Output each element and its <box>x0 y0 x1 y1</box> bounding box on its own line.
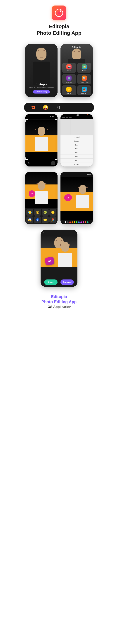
ratio-option-3x2[interactable]: 3 x 2 <box>61 143 93 147</box>
screens-row-1: Editopia Unleash your creative potential… <box>0 40 118 101</box>
sa-body <box>76 195 89 208</box>
share-icon: 📤 <box>82 87 87 92</box>
sa-dot-coral[interactable] <box>85 222 86 223</box>
crop-corner-tl <box>25 120 28 122</box>
ratio-option-4x6[interactable]: 4 x 6 <box>61 155 93 158</box>
crop-top-bar: ✕ ⊞ ⊟ T <box>25 114 57 119</box>
export-download-button[interactable]: Download <box>61 280 74 285</box>
ratio-done-button[interactable]: Done <box>87 114 91 116</box>
sa-done-button[interactable]: Done <box>87 174 91 175</box>
crop-screen-inner: ✕ ⊞ ⊟ T <box>25 114 57 166</box>
menu-grid: 📷 Camera 🖼️ Gallery ℹ️ About App 🛡️ Priv… <box>62 63 91 95</box>
export-bg-bottom <box>41 267 77 278</box>
crop-bottom-bar: ⊙ › <box>25 160 57 166</box>
ratio-option-4x3[interactable]: 4 x 3 <box>61 151 93 155</box>
crop-person-area <box>25 119 57 160</box>
splash-cta-button[interactable]: Let's Start Editing <box>33 90 50 94</box>
menu-header-text: Editopia <box>61 46 93 48</box>
sticker-item-7[interactable]: 🌟 <box>42 216 49 223</box>
menu-item-camera-label: Camera <box>67 70 71 72</box>
text-tool-icon[interactable] <box>56 106 60 110</box>
menu-item-privacy[interactable]: 🛡️ Privacy Policy <box>77 74 91 84</box>
crop-next-button[interactable]: › <box>51 161 55 165</box>
phone-splash: Editopia Unleash your creative potential… <box>25 44 57 97</box>
ratio-option-8x10[interactable]: 8 x 10 <box>61 162 93 166</box>
sticker-item-1[interactable]: 😂 <box>26 209 33 216</box>
ratio-nav-row <box>61 116 93 119</box>
menu-item-about[interactable]: ℹ️ About App <box>62 74 76 84</box>
sticker-item-4[interactable]: 😮 <box>49 209 56 216</box>
crop-tool-icon[interactable] <box>31 106 35 110</box>
privacy-icon: 🛡️ <box>82 76 87 81</box>
ratio-cancel-button[interactable]: Cancel <box>62 114 67 116</box>
sa-dot-pink[interactable] <box>83 222 84 223</box>
crop-top-tools: ⊞ ⊟ T <box>50 116 56 118</box>
ratio-nav-dot-3 <box>69 117 72 118</box>
sa-dot-orange[interactable] <box>72 222 73 223</box>
sa-sticker-hi: HI! <box>64 194 73 202</box>
footer-title-line2: Photo Editing App <box>41 300 77 304</box>
ratio-option-original[interactable]: Original <box>61 136 93 139</box>
footer-section: Editopia Photo Editing App iOS Applicati… <box>0 290 118 312</box>
sa-dot-red[interactable] <box>69 222 71 223</box>
export-image-area: HI! <box>41 235 77 278</box>
emoji-tool-icon[interactable]: 😜 <box>43 105 48 110</box>
sticker-item-3[interactable]: 🤢 <box>42 209 49 216</box>
about-icon: ℹ️ <box>66 76 72 81</box>
menu-item-gallery[interactable]: 🖼️ Gallery <box>77 63 91 73</box>
app-icon-inner <box>55 9 63 17</box>
menu-item-share[interactable]: 📤 Share APP <box>77 85 91 95</box>
app-icon <box>52 6 66 20</box>
ratio-nav-dot-1 <box>62 117 65 118</box>
menu-item-camera[interactable]: 📷 Camera <box>62 63 76 73</box>
export-back-button[interactable]: ← <box>43 231 45 234</box>
sa-person <box>76 185 89 208</box>
ratio-option-3x5[interactable]: 3 x 5 <box>61 147 93 151</box>
crop-tool-1[interactable]: ⊞ <box>50 116 51 118</box>
ratio-option-16x9[interactable]: 16 x 9 <box>61 166 93 166</box>
sticker-item-6[interactable]: 🧿 <box>34 216 41 223</box>
single-phone-section: ← HI! <box>0 228 118 290</box>
sa-dot-blue[interactable] <box>78 222 80 223</box>
crop-tool-2[interactable]: ⊟ <box>52 116 54 118</box>
export-share-button[interactable]: Share <box>44 280 57 285</box>
footer-title-line1: Editopia <box>51 294 67 299</box>
sa-image-area: HI! <box>61 177 93 220</box>
menu-item-privacy-label: Privacy Policy <box>80 82 88 83</box>
ratio-option-square[interactable]: Square <box>61 139 93 143</box>
phone-sticker-left: HI! 😂 🤓 🤢 😮 😱 🧿 🌟 🎉 <box>25 172 57 224</box>
crop-tool-3[interactable]: T <box>54 116 56 118</box>
export-person <box>58 242 72 267</box>
sa-dot-gray[interactable] <box>67 222 69 223</box>
ratio-option-5x7[interactable]: 5 x 7 <box>61 158 93 162</box>
crop-corner-bl <box>25 158 28 160</box>
phone-export: ← HI! <box>41 230 77 287</box>
menu-screen: Editopia 📷 Camera 🖼️ Gallery ℹ️ About Ap… <box>61 44 93 97</box>
sa-dot-green[interactable] <box>76 222 77 223</box>
sa-top-bar: Done <box>61 172 93 177</box>
menu-item-share-label: Share APP <box>81 92 88 94</box>
footer-title: Editopia Photo Editing App <box>4 294 114 305</box>
sticker-item-5[interactable]: 😱 <box>26 216 33 223</box>
sa-dot-white[interactable] <box>65 222 66 223</box>
sticker-item-8[interactable]: 🎉 <box>49 216 56 223</box>
splash-bg <box>25 44 57 97</box>
crop-image-area <box>25 119 57 160</box>
menu-item-about-label: About App <box>66 82 72 83</box>
phone-sticker-applied: Done HI! <box>61 172 93 224</box>
splash-screen: Editopia Unleash your creative potential… <box>25 44 57 97</box>
sa-dot-yellow[interactable] <box>74 222 75 223</box>
crop-corner-br <box>55 158 57 160</box>
app-name-line1: Editopia <box>49 24 69 29</box>
rate-icon: ⭐ <box>66 87 72 92</box>
phone-crop-ratio: Cancel 9:59 Done Original Square 3 x 2 3… <box>61 114 93 166</box>
sa-dot-teal[interactable] <box>87 222 88 223</box>
menu-item-gallery-label: Gallery <box>82 70 86 72</box>
sticker-item-2[interactable]: 🤓 <box>34 209 41 216</box>
sticker-face <box>38 181 45 190</box>
toolbar-section: 😜 <box>0 101 118 114</box>
sa-color-dots <box>61 220 93 224</box>
sa-dot-purple[interactable] <box>80 222 82 223</box>
menu-item-rate[interactable]: ⭐ Rate Us <box>62 85 76 95</box>
export-face <box>61 242 69 252</box>
